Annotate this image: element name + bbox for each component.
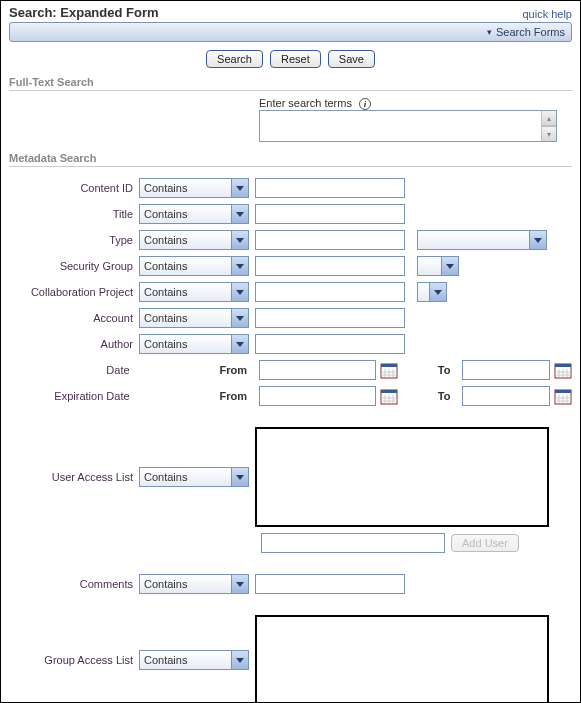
op-author[interactable]: Contains: [139, 334, 249, 354]
divider: [9, 90, 572, 91]
label-collab-project: Collaboration Project: [9, 286, 139, 298]
label-comments: Comments: [9, 578, 139, 590]
type-picker[interactable]: [417, 230, 547, 250]
divider: [9, 166, 572, 167]
input-content-id[interactable]: [255, 178, 405, 198]
scroll-down-icon[interactable]: ▾: [541, 126, 556, 141]
label-title: Title: [9, 208, 139, 220]
op-group-access-list[interactable]: Contains: [139, 650, 249, 670]
action-buttons: Search Reset Save: [9, 50, 572, 68]
page-title: Search: Expanded Form: [9, 5, 159, 20]
svg-rect-8: [555, 364, 571, 367]
from-label: From: [220, 364, 248, 376]
svg-rect-22: [555, 390, 571, 393]
calendar-icon[interactable]: [380, 361, 398, 379]
search-button[interactable]: Search: [206, 50, 263, 68]
label-content-id: Content ID: [9, 182, 139, 194]
search-forms-label: Search Forms: [496, 26, 565, 38]
input-collab-project[interactable]: [255, 282, 405, 302]
textarea-user-access-list[interactable]: [255, 427, 549, 527]
svg-rect-15: [381, 390, 397, 393]
svg-rect-1: [381, 364, 397, 367]
input-date-to[interactable]: [462, 360, 550, 380]
metadata-section-title: Metadata Search: [9, 152, 572, 164]
calendar-icon[interactable]: [380, 387, 398, 405]
quick-help-link[interactable]: quick help: [522, 8, 572, 20]
to-label: To: [438, 390, 451, 402]
op-type[interactable]: Contains: [139, 230, 249, 250]
label-date: Date: [9, 364, 136, 376]
textarea-group-access-list[interactable]: [255, 615, 549, 703]
op-security-group[interactable]: Contains: [139, 256, 249, 276]
search-expanded-form: Search: Expanded Form quick help ▾ Searc…: [0, 0, 581, 703]
chevron-down-icon: ▾: [487, 27, 492, 37]
label-user-access-list: User Access List: [9, 471, 139, 483]
enter-terms-label: Enter search terms: [259, 97, 352, 109]
input-author[interactable]: [255, 334, 405, 354]
op-collab-project[interactable]: Contains: [139, 282, 249, 302]
input-title[interactable]: [255, 204, 405, 224]
label-account: Account: [9, 312, 139, 324]
metadata-form: Content ID Contains Title Contains Type …: [9, 175, 572, 703]
fulltext-section-title: Full-Text Search: [9, 76, 572, 88]
label-type: Type: [9, 234, 139, 246]
to-label: To: [438, 364, 451, 376]
input-add-user[interactable]: [261, 533, 445, 553]
op-user-access-list[interactable]: Contains: [139, 467, 249, 487]
scroll-up-icon[interactable]: ▴: [541, 111, 556, 126]
op-content-id[interactable]: Contains: [139, 178, 249, 198]
reset-button[interactable]: Reset: [270, 50, 321, 68]
add-user-button[interactable]: Add User: [451, 534, 519, 552]
input-expdate-from[interactable]: [259, 386, 376, 406]
save-button[interactable]: Save: [328, 50, 375, 68]
op-comments[interactable]: Contains: [139, 574, 249, 594]
calendar-icon[interactable]: [554, 361, 572, 379]
input-comments[interactable]: [255, 574, 405, 594]
input-date-from[interactable]: [259, 360, 376, 380]
label-expiration-date: Expiration Date: [9, 390, 136, 402]
label-group-access-list: Group Access List: [9, 654, 139, 666]
collab-project-picker[interactable]: [417, 282, 447, 302]
op-title[interactable]: Contains: [139, 204, 249, 224]
input-account[interactable]: [255, 308, 405, 328]
label-security-group: Security Group: [9, 260, 139, 272]
search-forms-dropdown[interactable]: ▾ Search Forms: [9, 22, 572, 42]
calendar-icon[interactable]: [554, 387, 572, 405]
security-group-picker[interactable]: [417, 256, 459, 276]
from-label: From: [220, 390, 248, 402]
search-terms-textarea[interactable]: ▴ ▾: [259, 110, 557, 142]
input-security-group[interactable]: [255, 256, 405, 276]
info-icon[interactable]: i: [359, 98, 371, 110]
input-expdate-to[interactable]: [462, 386, 550, 406]
op-account[interactable]: Contains: [139, 308, 249, 328]
label-author: Author: [9, 338, 139, 350]
input-type[interactable]: [255, 230, 405, 250]
